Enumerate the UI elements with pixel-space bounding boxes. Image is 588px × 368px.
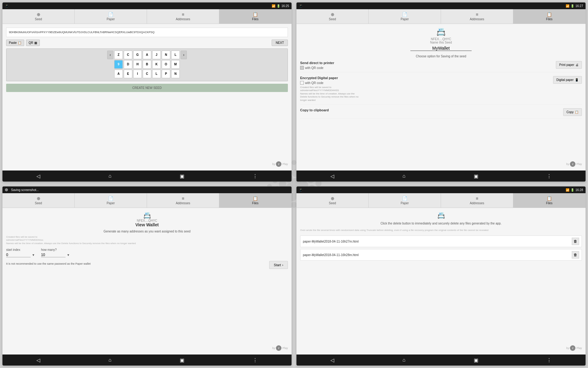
key-L-bot[interactable]: L [152,70,161,78]
svg-point-29 [291,202,297,208]
key-K[interactable]: K [152,60,161,69]
print-checkbox[interactable] [300,66,304,70]
paste-button[interactable]: Paste 📋 [6,40,24,46]
tab-seed-3[interactable]: ⊕ Seed [2,193,75,208]
wallet-name-input-2[interactable] [410,46,472,51]
tab-paper-2[interactable]: 📄 Paper [369,9,441,24]
key-N-bot[interactable]: N [171,70,180,78]
digital-qr-check: with QR code [300,81,361,85]
paste-label: Paste [9,41,17,44]
menu-btn-4[interactable]: ⋮ [547,357,552,363]
home-btn-3[interactable]: ⌂ [108,357,111,363]
panel-seed-entry: 📱 📶 🔋 16:25 ⊕ Seed 📄 Paper ≡ Addresses 📋… [2,2,292,182]
print-paper-button[interactable]: Print paper 🖨 [556,61,582,69]
key-H[interactable]: H [133,60,142,69]
tab-paper-3[interactable]: 📄 Paper [75,193,147,208]
key-P[interactable]: P [162,70,170,78]
tab-files-2[interactable]: 📋 Files [513,9,586,24]
tab-files-4[interactable]: 📋 Files [513,193,586,208]
key-C[interactable]: C [124,51,132,59]
key-G[interactable]: G [133,51,142,59]
copy-button[interactable]: Copy 📋 [563,108,582,116]
status-bar-3: Saving screenshot... [2,186,292,193]
key-C-bot[interactable]: C [143,70,151,78]
key-L[interactable]: L [171,51,180,59]
tab-files-1[interactable]: 📋 Files [219,9,292,24]
tab-addresses-4[interactable]: ≡ Addresses [441,193,513,208]
tab-bar-1: ⊕ Seed 📄 Paper ≡ Addresses 📋 Files [2,9,292,24]
back-btn-2[interactable]: ◁ [330,173,334,179]
delete-button-2[interactable]: 🗑 [572,251,579,259]
qr-label: QR [29,41,33,44]
key-row-bottom: A E I C L P N [8,70,286,78]
paper-icon-3: 📄 [108,196,113,201]
create-seed-button[interactable]: CREATE NEW SEED [6,84,288,92]
recent-btn-1[interactable]: ▣ [180,173,184,179]
delete-button-1[interactable]: 🗑 [572,238,579,245]
how-many-input[interactable] [41,253,66,257]
keyboard-area: ‹ Z C G A J N L › 9 D H B K O M A E [6,48,288,81]
home-btn-1[interactable]: ⌂ [108,173,111,179]
tab-addresses-2[interactable]: ≡ Addresses [441,9,513,24]
menu-btn-1[interactable]: ⋮ [253,173,258,179]
status-bar-right-1: 📶 🔋 16:25 [272,4,289,8]
tab-seed-4[interactable]: ⊕ Seed [296,193,369,208]
qr-button[interactable]: QR ▦ [26,40,40,46]
menu-btn-2[interactable]: ⋮ [547,173,552,179]
tab-seed-2[interactable]: ⊕ Seed [296,9,369,24]
tab-files-label-1: Files [252,17,258,21]
tab-bar-4: ⊕ Seed 📄 Paper ≡ Addresses 📋 Files [296,193,586,208]
key-D[interactable]: D [124,60,132,69]
recent-btn-3[interactable]: ▣ [180,357,184,363]
back-btn-4[interactable]: ◁ [330,357,334,363]
files-icon-1: 📋 [253,12,258,17]
menu-btn-3[interactable]: ⋮ [253,357,258,363]
tab-files-3[interactable]: 📋 Files [219,193,292,208]
overwrite-note: Over-wrote the file several times with r… [300,229,582,232]
panel-files-list: 📱 📶 🔋 16:28 ⊕ Seed 📄 Paper ≡ Addresses 📋… [296,186,586,366]
back-btn-3[interactable]: ◁ [36,357,40,363]
copy-option-row: Copy to clipboard Copy 📋 [300,108,582,119]
tab-paper-4[interactable]: 📄 Paper [369,193,441,208]
file-item-2: paper-MyWallet2018-04-11-16h28m.html 🗑 [300,249,582,261]
tab-addresses-1[interactable]: ≡ Addresses [147,9,219,24]
tab-paper-1[interactable]: 📄 Paper [75,9,147,24]
print-btn-icon: 🖨 [575,63,579,67]
key-E[interactable]: E [124,70,132,78]
next-button[interactable]: NEXT [272,40,288,46]
start-btn-label: Start [274,263,281,267]
back-btn-1[interactable]: ◁ [36,173,40,179]
nav-right[interactable]: › [181,51,187,59]
nav-left[interactable]: ‹ [107,51,113,59]
recent-btn-2[interactable]: ▣ [474,173,478,179]
key-A-bot[interactable]: A [114,70,123,78]
key-B[interactable]: B [143,60,151,69]
key-A-top[interactable]: A [143,51,151,59]
tab-addresses-3[interactable]: ≡ Addresses [147,193,219,208]
tab-seed-1[interactable]: ⊕ Seed [2,9,75,24]
home-btn-2[interactable]: ⌂ [402,173,405,179]
recent-btn-4[interactable]: ▣ [474,357,478,363]
paste-icon: 📋 [18,41,21,44]
runplay-watermark-2: by r Play [566,161,582,167]
key-Z[interactable]: Z [114,51,123,59]
digital-checkbox[interactable] [300,81,304,85]
key-J[interactable]: J [152,51,161,59]
status-bar-right-4: 📶 🔋 16:28 [566,188,583,192]
bottom-nav-2: ◁ ⌂ ▣ ⋮ [296,171,586,182]
wallet-card-icon-2: 📇 [300,28,582,36]
status-bar-left-1: 📱 [5,4,9,8]
start-index-input[interactable] [6,253,31,257]
key-9[interactable]: 9 [114,60,123,69]
key-I[interactable]: I [133,70,142,78]
home-btn-4[interactable]: ⌂ [402,357,405,363]
digital-option-left: Encrypted Digital paper with QR code Cre… [300,76,361,102]
digital-paper-button[interactable]: Digital paper 📱 [553,76,582,84]
paper-icon-2: 📄 [402,12,407,17]
generate-text: Generate as many addresses as you want a… [6,230,288,233]
start-button[interactable]: Start › [269,261,288,269]
bottom-nav-4: ◁ ⌂ ▣ ⋮ [296,355,586,366]
key-O[interactable]: O [162,60,170,69]
key-N-top[interactable]: N [162,51,170,59]
key-M[interactable]: M [171,60,180,69]
